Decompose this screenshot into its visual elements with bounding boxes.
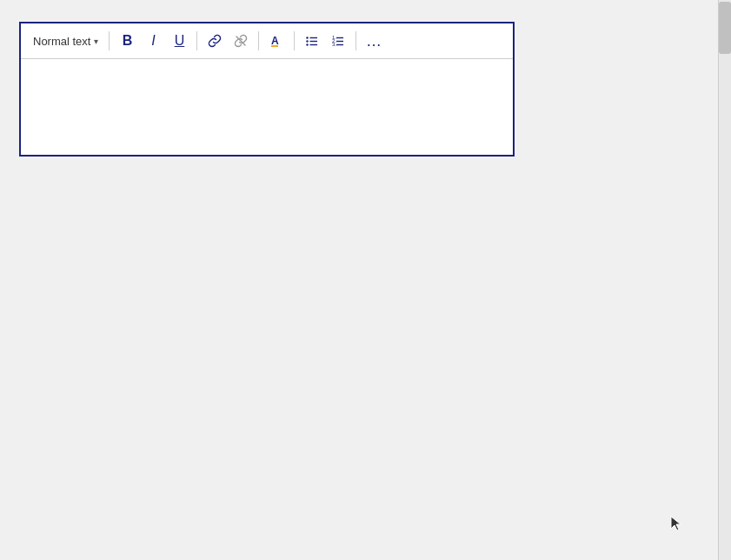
divider-5 xyxy=(356,31,356,50)
link-icon xyxy=(208,34,222,48)
italic-button[interactable]: I xyxy=(141,29,165,53)
svg-text:3.: 3. xyxy=(332,42,336,47)
more-label: … xyxy=(366,32,382,50)
editor-toolbar: Normal text ▾ B I U xyxy=(21,23,513,59)
svg-point-5 xyxy=(307,40,309,42)
unlink-button[interactable] xyxy=(229,29,253,53)
divider-4 xyxy=(294,31,295,50)
highlight-button[interactable]: A xyxy=(264,29,289,53)
svg-point-7 xyxy=(307,43,309,45)
rich-text-editor: Normal text ▾ B I U xyxy=(19,22,515,157)
svg-text:A: A xyxy=(271,35,279,47)
text-style-label: Normal text xyxy=(33,35,90,48)
underline-button[interactable]: U xyxy=(167,29,191,53)
text-style-dropdown[interactable]: Normal text ▾ xyxy=(28,32,103,50)
unlink-icon xyxy=(234,34,248,48)
divider-2 xyxy=(196,31,197,50)
editor-content-area[interactable] xyxy=(21,59,513,155)
dropdown-arrow-icon: ▾ xyxy=(94,37,98,46)
svg-line-0 xyxy=(236,37,245,45)
ordered-list-icon: 1. 2. 3. xyxy=(331,34,345,48)
ordered-list-button[interactable]: 1. 2. 3. xyxy=(326,29,350,53)
divider-1 xyxy=(109,31,110,50)
link-button[interactable] xyxy=(203,29,227,53)
cursor-indicator xyxy=(668,515,686,536)
highlight-icon: A xyxy=(269,34,283,48)
more-button[interactable]: … xyxy=(362,29,386,53)
svg-rect-2 xyxy=(271,45,278,47)
unordered-list-icon xyxy=(305,34,319,48)
unordered-list-button[interactable] xyxy=(300,29,324,53)
mouse-cursor-icon xyxy=(668,515,686,532)
bold-button[interactable]: B xyxy=(115,29,139,53)
svg-marker-15 xyxy=(671,517,681,530)
svg-point-3 xyxy=(307,37,309,38)
divider-3 xyxy=(258,31,259,50)
scrollbar-thumb[interactable] xyxy=(719,2,731,54)
scrollbar[interactable] xyxy=(718,0,731,560)
